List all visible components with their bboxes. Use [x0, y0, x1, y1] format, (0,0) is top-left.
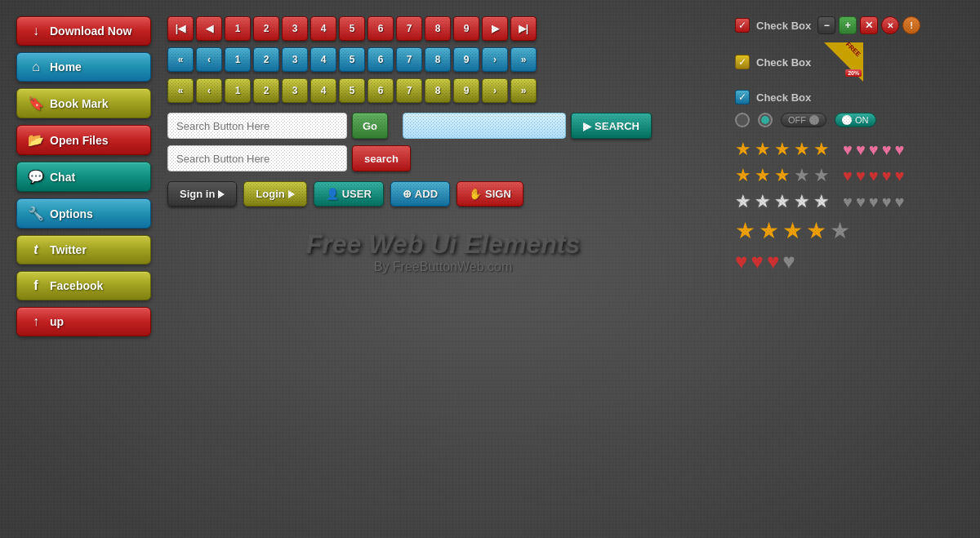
star-1[interactable]: ★	[735, 139, 751, 160]
star-4[interactable]: ★	[794, 139, 810, 160]
radio-empty[interactable]	[735, 113, 750, 127]
exclaim-button[interactable]: !	[902, 16, 920, 34]
star-2-4[interactable]: ★	[794, 165, 810, 186]
heart-3-4[interactable]: ♥	[882, 193, 892, 211]
search-button-red[interactable]: search	[352, 145, 411, 171]
heart-2-3[interactable]: ♥	[869, 167, 879, 185]
heart-1[interactable]: ♥	[843, 140, 853, 159]
page3-next-btn[interactable]: ›	[482, 78, 508, 103]
x-button[interactable]: ✕	[860, 16, 878, 34]
star-4-4[interactable]: ★	[806, 217, 826, 244]
page-btn-6[interactable]: 6	[368, 16, 394, 41]
login-button[interactable]: Login	[243, 181, 306, 207]
toggle-on[interactable]: ON	[835, 113, 876, 127]
page-btn-7[interactable]: 7	[396, 16, 422, 41]
page-next-btn[interactable]: ▶	[482, 16, 508, 41]
page3-btn-4[interactable]: 4	[310, 78, 336, 103]
page2-first-btn[interactable]: «	[167, 47, 194, 72]
heart-2-2[interactable]: ♥	[856, 167, 866, 185]
page2-btn-7[interactable]: 7	[396, 47, 422, 72]
search-input-2[interactable]	[403, 113, 566, 139]
heart-4-4[interactable]: ♥	[782, 249, 795, 274]
page2-btn-1[interactable]: 1	[225, 47, 251, 72]
page3-btn-1[interactable]: 1	[225, 78, 251, 103]
star-2-1[interactable]: ★	[735, 165, 751, 186]
twitter-button[interactable]: t Twitter	[16, 235, 151, 265]
star-3-2[interactable]: ★	[755, 191, 771, 212]
page3-btn-5[interactable]: 5	[339, 78, 365, 103]
page2-prev-btn[interactable]: ‹	[196, 47, 222, 72]
page-btn-3[interactable]: 3	[282, 16, 308, 41]
open-files-button[interactable]: 📂 Open Files	[16, 125, 151, 155]
user-button[interactable]: 👤 USER	[314, 181, 384, 207]
page-btn-9[interactable]: 9	[453, 16, 479, 41]
facebook-button[interactable]: f Facebook	[16, 271, 151, 300]
sign-button[interactable]: ✋ SIGN	[457, 181, 523, 207]
page3-btn-6[interactable]: 6	[368, 78, 394, 103]
page2-btn-9[interactable]: 9	[453, 47, 479, 72]
page2-btn-3[interactable]: 3	[282, 47, 308, 72]
bookmark-button[interactable]: 🔖 Book Mark	[16, 88, 151, 118]
page3-last-btn[interactable]: »	[510, 78, 537, 103]
page3-btn-2[interactable]: 2	[253, 78, 279, 103]
checkbox-yellow[interactable]: ✓	[735, 55, 750, 69]
star-2[interactable]: ★	[755, 139, 771, 160]
toggle-off[interactable]: OFF	[781, 113, 826, 127]
page3-btn-3[interactable]: 3	[282, 78, 308, 103]
options-button[interactable]: 🔧 Options	[16, 198, 151, 229]
heart-4-3[interactable]: ♥	[767, 249, 779, 274]
minus-button[interactable]: −	[817, 16, 835, 34]
heart-3-5[interactable]: ♥	[895, 193, 905, 211]
star-3-5[interactable]: ★	[813, 191, 830, 212]
star-5[interactable]: ★	[813, 139, 830, 160]
page3-first-btn[interactable]: «	[167, 78, 194, 103]
star-2-3[interactable]: ★	[774, 165, 791, 186]
page2-last-btn[interactable]: »	[510, 47, 537, 72]
star-4-1[interactable]: ★	[735, 217, 755, 244]
heart-5[interactable]: ♥	[895, 140, 905, 159]
page-prev-btn[interactable]: ◀	[196, 16, 222, 41]
page-btn-8[interactable]: 8	[425, 16, 451, 41]
star-4-5[interactable]: ★	[830, 217, 850, 244]
search-input-1[interactable]	[167, 113, 347, 139]
heart-3-1[interactable]: ♥	[843, 193, 853, 211]
home-button[interactable]: ⌂ Home	[16, 52, 151, 82]
x-round-button[interactable]: ✕	[881, 16, 899, 34]
page-first-btn[interactable]: |◀	[167, 16, 194, 41]
page-btn-4[interactable]: 4	[310, 16, 336, 41]
heart-2[interactable]: ♥	[856, 140, 866, 159]
go-button[interactable]: Go	[352, 113, 388, 139]
page2-btn-6[interactable]: 6	[368, 47, 394, 72]
radio-filled[interactable]	[758, 113, 773, 127]
sign-in-button[interactable]: Sign in	[167, 181, 237, 207]
page-last-btn[interactable]: ▶|	[510, 16, 537, 41]
page2-next-btn[interactable]: ›	[482, 47, 508, 72]
page3-prev-btn[interactable]: ‹	[196, 78, 222, 103]
heart-2-1[interactable]: ♥	[843, 167, 853, 185]
up-button[interactable]: ↑ up	[16, 307, 151, 336]
page-btn-2[interactable]: 2	[253, 16, 279, 41]
add-button[interactable]: ⊕ ADD	[390, 181, 450, 207]
page2-btn-8[interactable]: 8	[425, 47, 451, 72]
heart-4-2[interactable]: ♥	[751, 249, 763, 274]
page3-btn-7[interactable]: 7	[396, 78, 422, 103]
page2-btn-2[interactable]: 2	[253, 47, 279, 72]
star-4-3[interactable]: ★	[782, 217, 803, 244]
search-button-teal[interactable]: ▶ SEARCH	[571, 113, 652, 139]
page2-btn-4[interactable]: 4	[310, 47, 336, 72]
checkbox-blue[interactable]: ✓	[735, 90, 750, 104]
page3-btn-9[interactable]: 9	[453, 78, 479, 103]
heart-4[interactable]: ♥	[882, 140, 892, 159]
plus-button[interactable]: +	[839, 16, 857, 34]
chat-button[interactable]: 💬 Chat	[16, 162, 151, 192]
download-now-button[interactable]: ↓ Download Now	[16, 16, 151, 46]
star-3[interactable]: ★	[774, 139, 791, 160]
star-3-1[interactable]: ★	[735, 191, 751, 212]
page2-btn-5[interactable]: 5	[339, 47, 365, 72]
search-input-3[interactable]	[167, 145, 347, 171]
heart-3[interactable]: ♥	[869, 140, 879, 159]
checkbox-red[interactable]: ✓	[735, 18, 750, 33]
heart-3-3[interactable]: ♥	[869, 193, 879, 211]
heart-2-5[interactable]: ♥	[895, 167, 905, 185]
star-3-3[interactable]: ★	[774, 191, 791, 212]
